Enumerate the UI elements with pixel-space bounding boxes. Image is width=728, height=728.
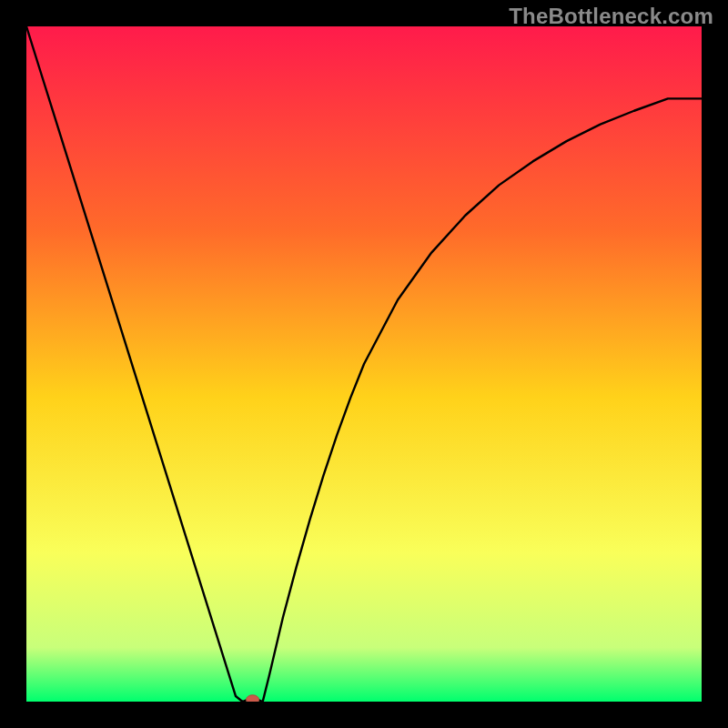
chart-frame: { "watermark": "TheBottleneck.com", "col… [0,0,728,728]
chart-svg [26,26,702,702]
watermark-text: TheBottleneck.com [509,4,713,29]
optimum-marker [247,695,259,702]
bottleneck-chart [26,26,702,702]
